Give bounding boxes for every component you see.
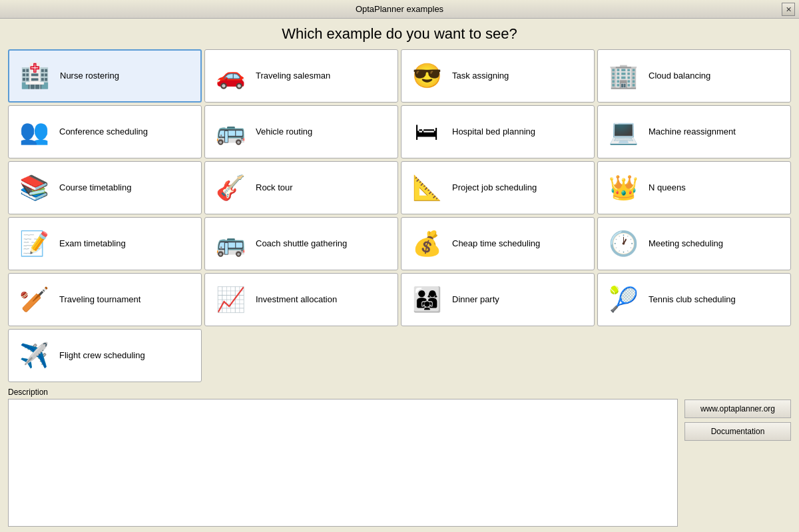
card-nurse-rostering[interactable]: 🏥Nurse rostering <box>8 49 202 103</box>
website-button[interactable]: www.optaplanner.org <box>684 399 791 418</box>
card-icon-exam-timetabling: 📝 <box>15 225 53 262</box>
card-label-traveling-salesman: Traveling salesman <box>256 71 330 82</box>
side-buttons-panel: www.optaplanner.orgDocumentation <box>684 388 791 527</box>
page-title: Which example do you want to see? <box>8 25 791 43</box>
description-section: Description <box>8 388 678 527</box>
card-label-dinner-party: Dinner party <box>452 294 499 306</box>
card-icon-tennis-club-scheduling: 🎾 <box>605 281 642 318</box>
card-label-task-assigning: Task assigning <box>452 71 509 82</box>
title-bar: OptaPlanner examples ✕ <box>0 0 799 19</box>
card-label-course-timetabling: Course timetabling <box>59 182 131 194</box>
description-label: Description <box>8 388 678 397</box>
card-n-queens[interactable]: 👑N queens <box>597 161 791 214</box>
card-course-timetabling[interactable]: 📚Course timetabling <box>8 161 202 214</box>
card-cloud-balancing[interactable]: 🏢Cloud balancing <box>597 49 791 103</box>
card-icon-n-queens: 👑 <box>605 169 642 206</box>
card-icon-cloud-balancing: 🏢 <box>605 57 642 95</box>
card-icon-cheap-time-scheduling: 💰 <box>408 225 445 262</box>
card-label-investment-allocation: Investment allocation <box>256 294 337 306</box>
card-label-exam-timetabling: Exam timetabling <box>59 238 126 250</box>
card-icon-dinner-party: 👨‍👩‍👧 <box>408 281 445 318</box>
card-icon-traveling-tournament: 🏏 <box>15 281 53 318</box>
main-content: Which example do you want to see? 🏥Nurse… <box>0 19 799 532</box>
card-meeting-scheduling[interactable]: 🕐Meeting scheduling <box>597 217 791 270</box>
card-investment-allocation[interactable]: 📈Investment allocation <box>204 273 398 326</box>
card-rock-tour[interactable]: 🎸Rock tour <box>204 161 398 214</box>
bottom-section: Description www.optaplanner.orgDocumenta… <box>8 388 791 532</box>
examples-grid: 🏥Nurse rostering🚗Traveling salesman😎Task… <box>8 49 791 382</box>
card-task-assigning[interactable]: 😎Task assigning <box>401 49 595 103</box>
card-icon-vehicle-routing: 🚌 <box>212 113 249 150</box>
card-coach-shuttle-gathering[interactable]: 🚌Coach shuttle gathering <box>204 217 398 270</box>
window-title: OptaPlanner examples <box>356 4 443 14</box>
card-exam-timetabling[interactable]: 📝Exam timetabling <box>8 217 202 270</box>
card-conference-scheduling[interactable]: 👥Conference scheduling <box>8 105 202 158</box>
card-label-rock-tour: Rock tour <box>256 182 293 194</box>
card-icon-project-job-scheduling: 📐 <box>408 169 445 206</box>
documentation-button[interactable]: Documentation <box>684 422 791 441</box>
card-icon-flight-crew-scheduling: ✈️ <box>15 337 53 374</box>
card-icon-machine-reassignment: 💻 <box>605 113 642 150</box>
card-label-machine-reassignment: Machine reassignment <box>649 127 736 138</box>
card-icon-rock-tour: 🎸 <box>212 169 249 206</box>
card-label-nurse-rostering: Nurse rostering <box>60 71 119 82</box>
card-label-hospital-bed-planning: Hospital bed planning <box>452 127 535 138</box>
card-machine-reassignment[interactable]: 💻Machine reassignment <box>597 105 791 158</box>
card-project-job-scheduling[interactable]: 📐Project job scheduling <box>401 161 595 214</box>
card-label-vehicle-routing: Vehicle routing <box>256 127 312 138</box>
card-label-tennis-club-scheduling: Tennis club scheduling <box>649 294 736 306</box>
card-icon-course-timetabling: 📚 <box>15 169 53 206</box>
card-label-cheap-time-scheduling: Cheap time scheduling <box>452 238 540 250</box>
card-label-conference-scheduling: Conference scheduling <box>59 127 148 138</box>
card-vehicle-routing[interactable]: 🚌Vehicle routing <box>204 105 398 158</box>
card-hospital-bed-planning[interactable]: 🛏Hospital bed planning <box>401 105 595 158</box>
card-label-meeting-scheduling: Meeting scheduling <box>649 238 723 250</box>
card-label-traveling-tournament: Traveling tournament <box>59 294 140 306</box>
card-icon-conference-scheduling: 👥 <box>15 113 53 150</box>
card-traveling-salesman[interactable]: 🚗Traveling salesman <box>204 49 398 103</box>
card-icon-meeting-scheduling: 🕐 <box>605 225 642 262</box>
card-icon-nurse-rostering: 🏥 <box>16 57 53 95</box>
card-cheap-time-scheduling[interactable]: 💰Cheap time scheduling <box>401 217 595 270</box>
card-icon-coach-shuttle-gathering: 🚌 <box>212 225 249 262</box>
card-icon-investment-allocation: 📈 <box>212 281 249 318</box>
card-label-flight-crew-scheduling: Flight crew scheduling <box>59 350 145 362</box>
card-tennis-club-scheduling[interactable]: 🎾Tennis club scheduling <box>597 273 791 326</box>
card-icon-hospital-bed-planning: 🛏 <box>408 113 445 150</box>
card-flight-crew-scheduling[interactable]: ✈️Flight crew scheduling <box>8 329 202 382</box>
close-button[interactable]: ✕ <box>782 3 795 16</box>
card-traveling-tournament[interactable]: 🏏Traveling tournament <box>8 273 202 326</box>
card-label-n-queens: N queens <box>649 182 686 194</box>
description-textarea[interactable] <box>8 399 678 527</box>
card-label-cloud-balancing: Cloud balancing <box>649 71 710 82</box>
card-dinner-party[interactable]: 👨‍👩‍👧Dinner party <box>401 273 595 326</box>
card-label-project-job-scheduling: Project job scheduling <box>452 182 537 194</box>
card-icon-task-assigning: 😎 <box>408 57 445 95</box>
card-icon-traveling-salesman: 🚗 <box>212 57 249 95</box>
card-label-coach-shuttle-gathering: Coach shuttle gathering <box>256 238 347 250</box>
description-wrapper <box>8 399 678 527</box>
